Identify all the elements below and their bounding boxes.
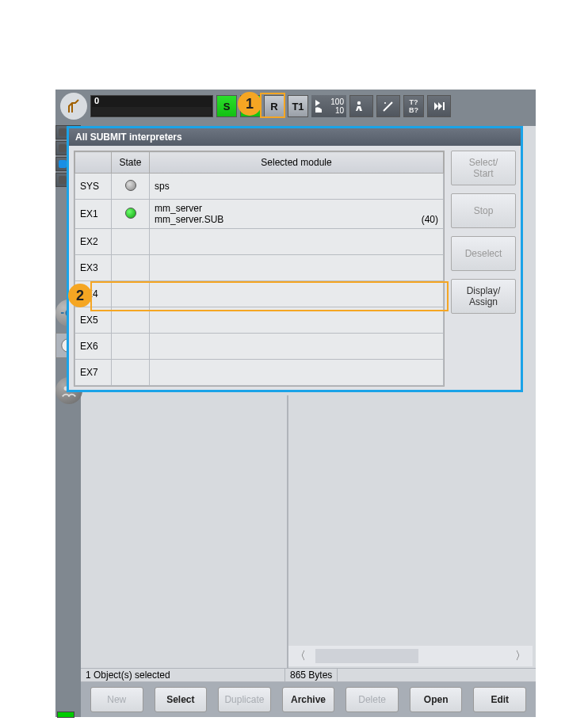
row-module	[150, 307, 444, 334]
select-button[interactable]: Select	[155, 687, 208, 712]
row-module: sps	[150, 174, 444, 200]
new-button[interactable]: New	[90, 687, 143, 712]
battery-icon	[57, 711, 74, 718]
table-row[interactable]: EX4	[75, 281, 444, 307]
col-state: State	[112, 152, 150, 174]
table-row[interactable]: EX2	[75, 229, 444, 255]
interpreter-table: State Selected module SYSspsEX1mm_server…	[74, 151, 445, 387]
hand-play-icon	[314, 98, 325, 114]
row-state	[112, 229, 150, 255]
scroll-right-icon[interactable]: 〉	[509, 647, 533, 666]
row-id: EX1	[75, 200, 112, 229]
row-state	[112, 255, 150, 281]
archive-button[interactable]: Archive	[282, 687, 335, 712]
row-id: EX6	[75, 334, 112, 360]
status-t1-button[interactable]: T1	[288, 95, 308, 117]
row-state	[112, 200, 150, 229]
run-mode-icon[interactable]	[349, 95, 373, 117]
svg-point-1	[391, 102, 392, 104]
status-selected: 1 Object(s) selected	[81, 669, 285, 681]
table-row[interactable]: EX6	[75, 334, 444, 360]
duplicate-button[interactable]: Duplicate	[218, 687, 271, 712]
skip-end-icon[interactable]	[427, 95, 451, 117]
row-id: EX2	[75, 229, 112, 255]
stop-button[interactable]: Stop	[451, 193, 516, 228]
table-row[interactable]: SYSsps	[75, 174, 444, 200]
row-state	[112, 174, 150, 200]
svg-rect-6	[61, 312, 64, 314]
status-s-button[interactable]: S	[216, 95, 237, 117]
row-module	[150, 334, 444, 360]
row-id: EX3	[75, 255, 112, 281]
table-row[interactable]: EX1mm_servermm_server.SUB(40)	[75, 200, 444, 229]
svg-point-2	[384, 102, 386, 104]
callout-1: 1	[238, 92, 262, 116]
bottom-toolbar: New Select Duplicate Archive Delete Open…	[81, 682, 536, 717]
display-assign-button[interactable]: Display/ Assign	[451, 279, 516, 314]
panel-title: All SUBMIT interpreters	[69, 128, 521, 146]
tb-indicator[interactable]: T? B?	[403, 95, 424, 117]
select-start-button[interactable]: Select/ Start	[451, 151, 516, 185]
row-state	[112, 281, 150, 307]
pane-divider[interactable]	[287, 395, 288, 668]
row-module: mm_servermm_server.SUB(40)	[150, 200, 444, 229]
state-led-icon	[125, 180, 136, 191]
row-module	[150, 360, 444, 386]
progress-value: 0	[91, 96, 212, 106]
svg-point-0	[357, 101, 361, 105]
table-row[interactable]: EX7	[75, 360, 444, 386]
row-id: EX7	[75, 360, 112, 386]
row-id: EX5	[75, 307, 112, 334]
robot-icon[interactable]	[60, 93, 87, 120]
status-row: 1 Object(s) selected 865 Bytes	[81, 668, 536, 682]
wand-icon[interactable]	[376, 95, 400, 117]
speed-bot: 10	[335, 106, 344, 115]
row-module	[150, 229, 444, 255]
speed-top: 100	[330, 97, 344, 106]
submit-interpreters-panel: All SUBMIT interpreters State Selected m…	[67, 126, 523, 392]
col-module: Selected module	[150, 152, 444, 174]
row-module	[150, 255, 444, 281]
state-led-icon	[125, 208, 136, 219]
callout-2: 2	[68, 284, 92, 307]
app-window: 0 S I R T1 100 10 T? B? 〈	[55, 90, 536, 717]
deselect-button[interactable]: Deselect	[451, 236, 516, 271]
row-id: SYS	[75, 174, 112, 200]
horizontal-scrollbar[interactable]: 〈 〉	[288, 646, 533, 666]
row-state	[112, 360, 150, 386]
status-bytes: 865 Bytes	[285, 669, 338, 681]
row-state	[112, 334, 150, 360]
row-state	[112, 307, 150, 334]
row-module	[150, 281, 444, 307]
scroll-thumb[interactable]	[315, 649, 418, 663]
progress-bar	[92, 107, 212, 116]
table-row[interactable]: EX5	[75, 307, 444, 334]
delete-button[interactable]: Delete	[346, 687, 399, 712]
panel-side-buttons: Select/ Start Stop Deselect Display/ Ass…	[451, 151, 516, 387]
table-row[interactable]: EX3	[75, 255, 444, 281]
top-status-bar: 0 S I R T1 100 10 T? B?	[55, 90, 536, 123]
progress-box: 0	[90, 95, 213, 117]
col-blank	[75, 152, 112, 174]
speed-indicator[interactable]: 100 10	[311, 95, 346, 117]
open-button[interactable]: Open	[410, 687, 463, 712]
scroll-left-icon[interactable]: 〈	[288, 647, 312, 666]
edit-button[interactable]: Edit	[473, 687, 526, 712]
status-r-button[interactable]: R	[264, 95, 284, 117]
